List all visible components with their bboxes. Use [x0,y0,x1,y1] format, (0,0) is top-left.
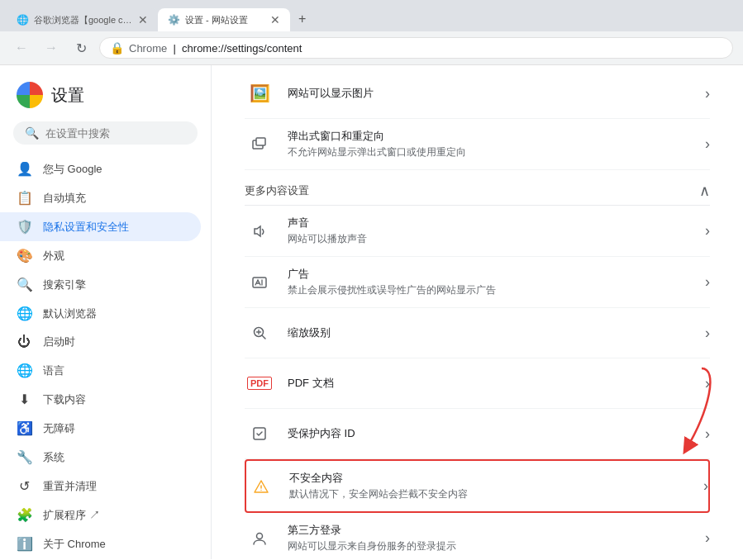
sound-icon [245,216,274,246]
sidebar-item-privacy[interactable]: 🛡️ 隐私设置和安全性 [0,212,201,241]
popup-arrow: › [705,135,710,153]
setting-item-insecure[interactable]: 不安全内容 默认情况下，安全网站会拦截不安全内容 › [245,459,710,513]
sidebar-label-accessibility: 无障碍 [43,421,75,436]
protected-arrow: › [705,425,710,443]
svg-rect-1 [256,138,265,145]
pdf-arrow: › [705,375,710,392]
chrome-logo [17,82,43,108]
setting-item-pdf[interactable]: PDF PDF 文档 › [245,358,710,409]
about-icon: ℹ️ [17,536,31,552]
search-engine-icon: 🔍 [17,277,31,292]
accessibility-icon: ♿ [17,420,31,436]
ads-desc: 禁止会展示侵扰性或误导性广告的网站显示广告 [288,283,692,297]
sidebar-label-language: 语言 [43,363,64,378]
tab2-favicon: ⚙️ [168,14,180,26]
images-title: 网站可以显示图片 [288,86,692,101]
third-party-icon [245,524,274,553]
sidebar-item-accessibility[interactable]: ♿ 无障碍 [0,414,201,443]
pdf-label: PDF [247,377,272,390]
sidebar-label-extensions: 扩展程序 ↗ [43,508,100,523]
startup-icon: ⏻ [17,335,31,349]
popup-icon [245,130,274,159]
sidebar-label-system: 系统 [43,450,64,465]
sound-arrow: › [705,222,710,240]
main-content: 🖼️ 网站可以显示图片 › 弹出式窗口和重定向 不允许网站显示弹出式窗口或使用重… [212,65,743,559]
ads-text: 广告 禁止会展示侵扰性或误导性广告的网站显示广告 [288,267,692,297]
address-text: Chrome | chrome://settings/content [129,42,302,55]
setting-item-ads[interactable]: 广告 禁止会展示侵扰性或误导性广告的网站显示广告 › [245,257,710,308]
more-content-header[interactable]: 更多内容设置 ∧ [245,170,710,206]
setting-item-protected[interactable]: 受保护内容 ID › [245,409,710,459]
forward-button[interactable]: → [40,36,63,59]
sidebar-label-privacy: 隐私设置和安全性 [43,220,129,235]
sidebar-item-browser[interactable]: 🌐 默认浏览器 [0,299,201,328]
sidebar-label-about: 关于 Chrome [43,537,106,552]
svg-point-5 [260,489,261,490]
svg-point-6 [257,533,263,539]
google-icon: 👤 [17,161,31,177]
images-arrow: › [705,85,710,102]
setting-item-third-party[interactable]: 第三方登录 网站可以显示来自身份服务的登录提示 › [245,513,710,559]
system-icon: 🔧 [17,449,31,465]
sidebar-label-appearance: 外观 [43,249,64,263]
tab1-favicon: 🌐 [17,14,29,26]
sidebar-item-autofill[interactable]: 📋 自动填充 [0,183,201,212]
search-bar[interactable]: 🔍 [13,121,198,145]
pdf-text: PDF 文档 [288,376,692,391]
popup-text: 弹出式窗口和重定向 不允许网站显示弹出式窗口或使用重定向 [288,129,692,159]
extensions-icon: 🧩 [17,507,31,523]
sidebar-item-startup[interactable]: ⏻ 启动时 [0,328,201,356]
tab-2[interactable]: ⚙️ 设置 - 网站设置 ✕ [158,8,290,31]
images-icon: 🖼️ [245,78,274,108]
sidebar-label-autofill: 自动填充 [43,191,86,206]
zoom-arrow: › [705,325,710,342]
autofill-icon: 📋 [17,190,31,206]
sidebar-item-download[interactable]: ⬇ 下载内容 [0,385,201,414]
search-icon: 🔍 [25,126,39,140]
images-text: 网站可以显示图片 [288,86,692,101]
sound-text: 声音 网站可以播放声音 [288,216,692,246]
third-party-desc: 网站可以显示来自身份服务的登录提示 [288,539,692,553]
back-button[interactable]: ← [10,36,33,59]
address-bar[interactable]: 🔒 Chrome | chrome://settings/content [99,37,733,59]
sidebar-item-extensions[interactable]: 🧩 扩展程序 ↗ [0,501,201,529]
sidebar-label-startup: 启动时 [43,335,75,349]
sidebar-label-google: 您与 Google [43,162,102,177]
ads-arrow: › [705,273,710,291]
sidebar-item-about[interactable]: ℹ️ 关于 Chrome [0,529,201,558]
pdf-icon: PDF [245,368,274,398]
setting-item-popup[interactable]: 弹出式窗口和重定向 不允许网站显示弹出式窗口或使用重定向 › [245,119,710,170]
privacy-icon: 🛡️ [17,219,31,235]
sound-desc: 网站可以播放声音 [288,232,692,246]
sidebar: 设置 🔍 👤 您与 Google 📋 自动填充 🛡️ 隐私设置和安全性 🎨 外观… [0,65,212,559]
sidebar-item-search[interactable]: 🔍 搜索引擎 [0,270,201,299]
tab2-close[interactable]: ✕ [270,13,280,26]
sidebar-label-browser: 默认浏览器 [43,306,97,321]
setting-item-images[interactable]: 🖼️ 网站可以显示图片 › [245,65,710,119]
protected-icon [245,419,274,448]
search-input[interactable] [45,127,186,140]
sidebar-item-appearance[interactable]: 🎨 外观 [0,241,201,270]
sidebar-item-language[interactable]: 🌐 语言 [0,356,201,385]
download-icon: ⬇ [17,392,31,407]
setting-item-sound[interactable]: 声音 网站可以播放声音 › [245,206,710,257]
sidebar-label-download: 下载内容 [43,392,86,407]
popup-title: 弹出式窗口和重定向 [288,129,692,144]
more-content-title: 更多内容设置 [245,183,309,198]
setting-item-zoom[interactable]: 缩放级别 › [245,308,710,358]
tab-1[interactable]: 🌐 谷歌浏览器【google chrome】 ✕ [7,8,158,31]
new-tab-button[interactable]: + [290,7,314,31]
sidebar-item-reset[interactable]: ↺ 重置并清理 [0,472,201,501]
secure-icon: 🔒 [110,41,124,55]
tab1-title: 谷歌浏览器【google chrome】 [34,14,133,26]
language-icon: 🌐 [17,363,31,378]
insecure-icon [246,472,276,501]
insecure-desc: 默认情况下，安全网站会拦截不安全内容 [289,487,690,501]
sidebar-item-system[interactable]: 🔧 系统 [0,443,201,472]
sidebar-item-google[interactable]: 👤 您与 Google [0,154,201,183]
tab1-close[interactable]: ✕ [138,13,148,26]
more-content-chevron[interactable]: ∧ [699,182,710,200]
popup-desc: 不允许网站显示弹出式窗口或使用重定向 [288,145,692,159]
reload-button[interactable]: ↻ [69,36,93,59]
zoom-text: 缩放级别 [288,325,692,340]
